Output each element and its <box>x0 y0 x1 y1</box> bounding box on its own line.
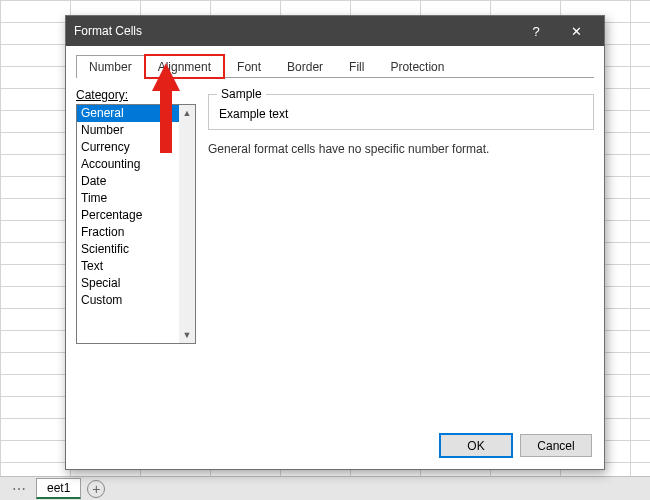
sample-value: Example text <box>219 107 583 121</box>
tab-protection[interactable]: Protection <box>377 55 457 78</box>
category-item[interactable]: Special <box>77 275 179 292</box>
sheet-tab-bar: ⋯ eet1 + <box>0 476 650 500</box>
sample-label: Sample <box>217 87 266 101</box>
category-item[interactable]: Scientific <box>77 241 179 258</box>
tab-fill[interactable]: Fill <box>336 55 377 78</box>
category-label: Category: <box>76 88 196 102</box>
category-item[interactable]: Time <box>77 190 179 207</box>
tab-number[interactable]: Number <box>76 55 145 78</box>
sheet-tab[interactable]: eet1 <box>36 478 81 499</box>
scroll-down-icon[interactable]: ▼ <box>179 327 195 343</box>
format-cells-dialog: Format Cells ? ✕ Number Alignment Font B… <box>65 15 605 470</box>
dialog-titlebar: Format Cells ? ✕ <box>66 16 604 46</box>
tab-alignment[interactable]: Alignment <box>145 55 224 78</box>
listbox-scrollbar[interactable]: ▲ ▼ <box>179 105 195 343</box>
sample-groupbox: Sample Example text <box>208 94 594 130</box>
category-item[interactable]: Custom <box>77 292 179 309</box>
tab-font[interactable]: Font <box>224 55 274 78</box>
dialog-title: Format Cells <box>74 24 516 38</box>
category-item[interactable]: Fraction <box>77 224 179 241</box>
category-item[interactable]: General <box>77 105 179 122</box>
scroll-up-icon[interactable]: ▲ <box>179 105 195 121</box>
category-item[interactable]: Percentage <box>77 207 179 224</box>
format-description: General format cells have no specific nu… <box>208 142 594 156</box>
close-button[interactable]: ✕ <box>556 16 596 46</box>
tab-border[interactable]: Border <box>274 55 336 78</box>
dialog-footer: OK Cancel <box>66 426 604 469</box>
category-item[interactable]: Date <box>77 173 179 190</box>
dialog-tabstrip: Number Alignment Font Border Fill Protec… <box>76 54 594 78</box>
category-item[interactable]: Text <box>77 258 179 275</box>
category-item[interactable]: Number <box>77 122 179 139</box>
category-listbox[interactable]: GeneralNumberCurrencyAccountingDateTimeP… <box>76 104 196 344</box>
add-sheet-button[interactable]: + <box>87 480 105 498</box>
category-item[interactable]: Currency <box>77 139 179 156</box>
ok-button[interactable]: OK <box>440 434 512 457</box>
cancel-button[interactable]: Cancel <box>520 434 592 457</box>
help-button[interactable]: ? <box>516 16 556 46</box>
category-item[interactable]: Accounting <box>77 156 179 173</box>
sheet-nav-prev-icon[interactable]: ⋯ <box>8 481 30 497</box>
